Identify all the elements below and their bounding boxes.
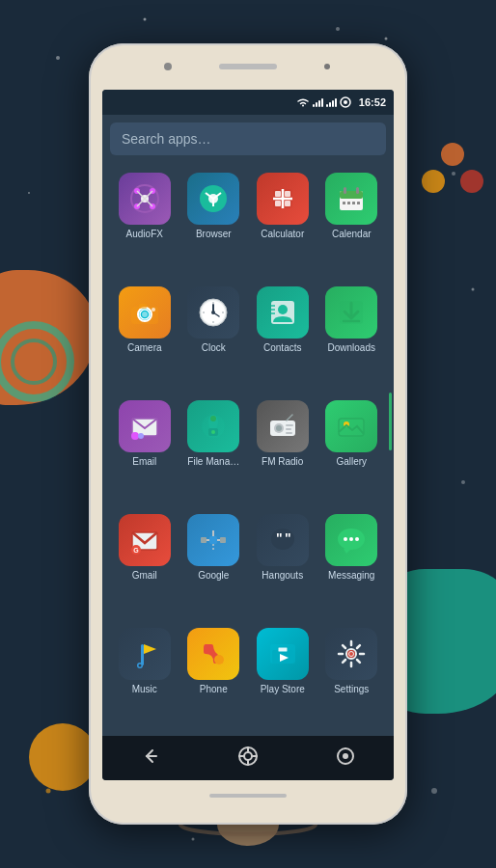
app-calculator[interactable]: Calculator — [248, 167, 317, 277]
app-browser[interactable]: Browser — [179, 167, 249, 277]
search-placeholder: Search apps… — [122, 131, 211, 147]
svg-rect-91 — [286, 428, 291, 430]
fmradio-icon — [257, 400, 309, 452]
contacts-label: Contacts — [263, 342, 301, 354]
svg-rect-49 — [356, 187, 359, 194]
calculator-label: Calculator — [261, 229, 304, 240]
svg-point-10 — [431, 788, 437, 794]
app-messaging[interactable]: Messaging — [317, 508, 387, 618]
svg-line-28 — [145, 191, 152, 199]
app-audiofx[interactable]: AudioFX — [110, 167, 179, 277]
app-settings[interactable]: Settings — [317, 622, 387, 732]
svg-point-2 — [56, 56, 60, 60]
svg-point-64 — [211, 311, 215, 314]
svg-point-71 — [278, 305, 288, 314]
phone-screen: 16:52 Search apps… — [102, 90, 394, 780]
svg-rect-104 — [201, 537, 207, 543]
svg-line-130 — [343, 645, 345, 648]
music-icon — [119, 628, 171, 680]
svg-point-81 — [138, 433, 144, 439]
svg-rect-92 — [286, 432, 292, 434]
svg-line-29 — [137, 199, 145, 206]
gallery-icon — [325, 400, 377, 452]
svg-rect-45 — [285, 201, 290, 206]
recents-button[interactable] — [336, 746, 355, 771]
gmail-label: Gmail — [132, 570, 157, 582]
svg-point-20 — [344, 100, 347, 104]
svg-text:": " — [285, 530, 291, 546]
camera-label: Camera — [127, 342, 162, 354]
svg-rect-101 — [209, 536, 217, 544]
svg-line-133 — [343, 660, 345, 663]
svg-rect-53 — [357, 202, 360, 204]
filemanager-icon — [187, 400, 239, 452]
svg-rect-51 — [347, 202, 350, 204]
app-fmradio[interactable]: FM Radio — [248, 394, 317, 504]
gallery-label: Gallery — [336, 456, 367, 468]
svg-point-4 — [452, 172, 455, 176]
svg-point-6 — [472, 288, 475, 291]
music-label: Music — [132, 684, 157, 695]
phone-top-bar — [89, 43, 407, 90]
app-camera[interactable]: Camera — [110, 281, 179, 391]
svg-rect-52 — [352, 202, 355, 204]
bottom-nav — [102, 736, 394, 780]
app-gallery[interactable]: Gallery — [317, 394, 387, 504]
search-bar[interactable]: Search apps… — [110, 122, 386, 155]
svg-point-16 — [422, 170, 445, 193]
svg-rect-90 — [286, 424, 293, 426]
downloads-icon — [325, 286, 377, 339]
svg-point-59 — [152, 308, 155, 312]
calculator-icon — [257, 173, 309, 225]
svg-rect-42 — [275, 191, 281, 197]
svg-point-68 — [222, 312, 224, 313]
app-email[interactable]: Email — [110, 394, 179, 504]
app-downloads[interactable]: Downloads — [317, 281, 387, 391]
status-time: 16:52 — [359, 96, 386, 108]
app-contacts[interactable]: Contacts — [248, 281, 317, 391]
svg-point-144 — [343, 753, 348, 759]
svg-rect-47 — [340, 191, 363, 199]
playstore-label: Play Store — [261, 684, 305, 695]
status-bar: 16:52 — [102, 90, 394, 115]
svg-point-9 — [46, 789, 51, 794]
svg-rect-44 — [275, 201, 281, 206]
app-clock[interactable]: Clock — [179, 281, 249, 391]
audiofx-icon — [119, 173, 171, 225]
svg-line-30 — [145, 199, 152, 206]
svg-point-15 — [460, 170, 483, 193]
svg-point-13 — [144, 18, 147, 21]
svg-point-1 — [13, 340, 55, 383]
app-hangouts[interactable]: " " Hangouts — [248, 508, 317, 618]
contacts-icon — [257, 286, 309, 339]
home-button[interactable] — [237, 746, 259, 772]
app-filemanager[interactable]: File Mana… — [179, 394, 249, 504]
browser-icon — [187, 173, 239, 225]
app-music[interactable]: Music — [110, 622, 179, 732]
svg-line-132 — [357, 645, 360, 648]
app-gmail[interactable]: G Gmail — [110, 508, 179, 618]
app-google[interactable]: Google — [179, 508, 249, 618]
app-playstore[interactable]: Play Store — [248, 622, 317, 732]
ring-decor — [0, 318, 77, 405]
app-calendar[interactable]: Calendar — [317, 167, 387, 277]
back-button[interactable] — [141, 746, 160, 771]
svg-point-113 — [349, 537, 353, 541]
svg-point-89 — [276, 425, 282, 431]
spinner-decor — [419, 135, 486, 203]
hangouts-label: Hangouts — [262, 570, 303, 582]
svg-rect-43 — [285, 191, 290, 197]
svg-point-119 — [214, 655, 224, 665]
email-label: Email — [132, 456, 156, 468]
settings-label: Settings — [334, 684, 369, 695]
calendar-label: Calendar — [332, 229, 372, 240]
app-phone[interactable]: Phone — [179, 622, 249, 732]
svg-rect-50 — [343, 202, 345, 204]
downloads-label: Downloads — [328, 342, 375, 354]
google-icon — [187, 514, 239, 566]
messaging-label: Messaging — [328, 570, 374, 582]
svg-point-3 — [385, 38, 388, 41]
scrollbar — [389, 393, 392, 450]
messaging-icon — [325, 514, 377, 566]
apps-grid: AudioFX Browser — [102, 163, 394, 736]
